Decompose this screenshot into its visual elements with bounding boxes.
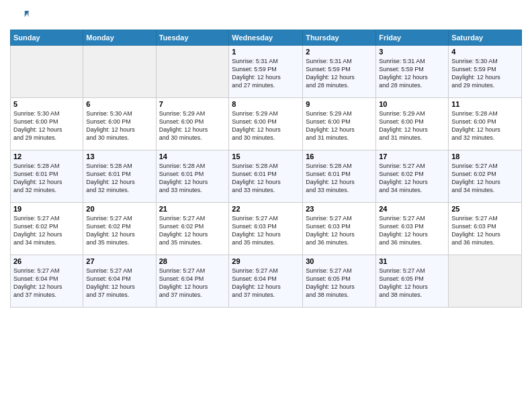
day-cell: 28Sunrise: 5:27 AM Sunset: 6:04 PM Dayli… [156,255,229,308]
day-info: Sunrise: 5:27 AM Sunset: 6:02 PM Dayligh… [86,214,152,247]
day-number: 1 [232,48,300,56]
day-number: 28 [159,257,226,265]
day-number: 6 [86,100,152,108]
logo-icon [10,7,29,26]
day-number: 12 [13,152,80,161]
day-number: 27 [86,257,152,265]
day-number: 11 [451,100,519,108]
day-info: Sunrise: 5:30 AM Sunset: 5:59 PM Dayligh… [451,57,519,90]
day-cell: 18Sunrise: 5:27 AM Sunset: 6:02 PM Dayli… [449,150,522,203]
day-number: 30 [306,257,373,265]
day-info: Sunrise: 5:28 AM Sunset: 6:01 PM Dayligh… [13,162,80,195]
day-number: 9 [306,100,373,108]
day-cell: 12Sunrise: 5:28 AM Sunset: 6:01 PM Dayli… [11,150,83,203]
day-number: 5 [13,100,80,108]
day-info: Sunrise: 5:29 AM Sunset: 6:00 PM Dayligh… [232,109,300,142]
day-number: 18 [451,152,519,161]
day-info: Sunrise: 5:27 AM Sunset: 6:05 PM Dayligh… [379,267,445,300]
day-info: Sunrise: 5:29 AM Sunset: 6:00 PM Dayligh… [159,109,226,142]
day-info: Sunrise: 5:27 AM Sunset: 6:03 PM Dayligh… [451,214,519,247]
header-row: SundayMondayTuesdayWednesdayThursdayFrid… [11,30,522,46]
day-cell [83,46,156,98]
day-number: 8 [232,100,300,108]
day-cell: 10Sunrise: 5:29 AM Sunset: 6:00 PM Dayli… [376,98,449,150]
day-cell: 27Sunrise: 5:27 AM Sunset: 6:04 PM Dayli… [83,255,156,308]
day-cell: 31Sunrise: 5:27 AM Sunset: 6:05 PM Dayli… [376,255,449,308]
day-cell: 9Sunrise: 5:29 AM Sunset: 6:00 PM Daylig… [303,98,376,150]
day-cell [449,255,522,308]
day-cell: 26Sunrise: 5:27 AM Sunset: 6:04 PM Dayli… [11,255,83,308]
col-header-monday: Monday [83,30,156,46]
day-number: 7 [159,100,226,108]
day-number: 29 [232,257,300,265]
day-number: 25 [451,205,519,213]
day-cell: 15Sunrise: 5:28 AM Sunset: 6:01 PM Dayli… [229,150,303,203]
day-info: Sunrise: 5:27 AM Sunset: 6:02 PM Dayligh… [159,214,226,247]
day-info: Sunrise: 5:28 AM Sunset: 6:00 PM Dayligh… [451,109,519,142]
day-cell: 29Sunrise: 5:27 AM Sunset: 6:04 PM Dayli… [229,255,303,308]
week-row-4: 19Sunrise: 5:27 AM Sunset: 6:02 PM Dayli… [11,203,522,255]
page: SundayMondayTuesdayWednesdayThursdayFrid… [0,0,532,411]
day-info: Sunrise: 5:28 AM Sunset: 6:01 PM Dayligh… [232,162,300,195]
day-info: Sunrise: 5:27 AM Sunset: 6:04 PM Dayligh… [86,267,152,300]
day-number: 3 [379,48,445,56]
day-cell [11,46,83,98]
week-row-5: 26Sunrise: 5:27 AM Sunset: 6:04 PM Dayli… [11,255,522,308]
col-header-sunday: Sunday [11,30,83,46]
day-cell: 11Sunrise: 5:28 AM Sunset: 6:00 PM Dayli… [449,98,522,150]
day-info: Sunrise: 5:29 AM Sunset: 6:00 PM Dayligh… [379,109,445,142]
day-number: 24 [379,205,445,213]
day-info: Sunrise: 5:28 AM Sunset: 6:01 PM Dayligh… [306,162,373,195]
col-header-friday: Friday [376,30,449,46]
day-cell: 8Sunrise: 5:29 AM Sunset: 6:00 PM Daylig… [229,98,303,150]
day-cell: 30Sunrise: 5:27 AM Sunset: 6:05 PM Dayli… [303,255,376,308]
day-cell: 22Sunrise: 5:27 AM Sunset: 6:03 PM Dayli… [229,203,303,255]
calendar-table: SundayMondayTuesdayWednesdayThursdayFrid… [10,30,522,308]
day-cell: 19Sunrise: 5:27 AM Sunset: 6:02 PM Dayli… [11,203,83,255]
day-cell: 16Sunrise: 5:28 AM Sunset: 6:01 PM Dayli… [303,150,376,203]
day-cell: 25Sunrise: 5:27 AM Sunset: 6:03 PM Dayli… [449,203,522,255]
day-info: Sunrise: 5:30 AM Sunset: 6:00 PM Dayligh… [13,109,80,142]
day-cell: 2Sunrise: 5:31 AM Sunset: 5:59 PM Daylig… [303,46,376,98]
week-row-2: 5Sunrise: 5:30 AM Sunset: 6:00 PM Daylig… [11,98,522,150]
day-cell: 6Sunrise: 5:30 AM Sunset: 6:00 PM Daylig… [83,98,156,150]
day-number: 26 [13,257,80,265]
week-row-3: 12Sunrise: 5:28 AM Sunset: 6:01 PM Dayli… [11,150,522,203]
day-cell: 17Sunrise: 5:27 AM Sunset: 6:02 PM Dayli… [376,150,449,203]
day-info: Sunrise: 5:28 AM Sunset: 6:01 PM Dayligh… [86,162,152,195]
day-number: 2 [306,48,373,56]
day-info: Sunrise: 5:31 AM Sunset: 5:59 PM Dayligh… [306,57,373,90]
day-cell: 3Sunrise: 5:31 AM Sunset: 5:59 PM Daylig… [376,46,449,98]
col-header-wednesday: Wednesday [229,30,303,46]
week-row-1: 1Sunrise: 5:31 AM Sunset: 5:59 PM Daylig… [11,46,522,98]
day-cell: 7Sunrise: 5:29 AM Sunset: 6:00 PM Daylig… [156,98,229,150]
day-info: Sunrise: 5:27 AM Sunset: 6:03 PM Dayligh… [379,214,445,247]
day-cell: 21Sunrise: 5:27 AM Sunset: 6:02 PM Dayli… [156,203,229,255]
day-info: Sunrise: 5:27 AM Sunset: 6:03 PM Dayligh… [232,214,300,247]
col-header-thursday: Thursday [303,30,376,46]
day-number: 15 [232,152,300,161]
day-cell [156,46,229,98]
day-cell: 20Sunrise: 5:27 AM Sunset: 6:02 PM Dayli… [83,203,156,255]
day-number: 16 [306,152,373,161]
day-cell: 23Sunrise: 5:27 AM Sunset: 6:03 PM Dayli… [303,203,376,255]
col-header-saturday: Saturday [449,30,522,46]
day-number: 21 [159,205,226,213]
day-number: 20 [86,205,152,213]
day-info: Sunrise: 5:29 AM Sunset: 6:00 PM Dayligh… [306,109,373,142]
day-info: Sunrise: 5:28 AM Sunset: 6:01 PM Dayligh… [159,162,226,195]
day-number: 10 [379,100,445,108]
day-cell: 5Sunrise: 5:30 AM Sunset: 6:00 PM Daylig… [11,98,83,150]
day-info: Sunrise: 5:27 AM Sunset: 6:02 PM Dayligh… [379,162,445,195]
day-info: Sunrise: 5:27 AM Sunset: 6:02 PM Dayligh… [451,162,519,195]
day-info: Sunrise: 5:27 AM Sunset: 6:04 PM Dayligh… [13,267,80,300]
day-cell: 14Sunrise: 5:28 AM Sunset: 6:01 PM Dayli… [156,150,229,203]
day-cell: 13Sunrise: 5:28 AM Sunset: 6:01 PM Dayli… [83,150,156,203]
day-cell: 24Sunrise: 5:27 AM Sunset: 6:03 PM Dayli… [376,203,449,255]
day-number: 17 [379,152,445,161]
col-header-tuesday: Tuesday [156,30,229,46]
day-number: 14 [159,152,226,161]
day-info: Sunrise: 5:27 AM Sunset: 6:02 PM Dayligh… [13,214,80,247]
day-info: Sunrise: 5:30 AM Sunset: 6:00 PM Dayligh… [86,109,152,142]
day-cell: 4Sunrise: 5:30 AM Sunset: 5:59 PM Daylig… [449,46,522,98]
